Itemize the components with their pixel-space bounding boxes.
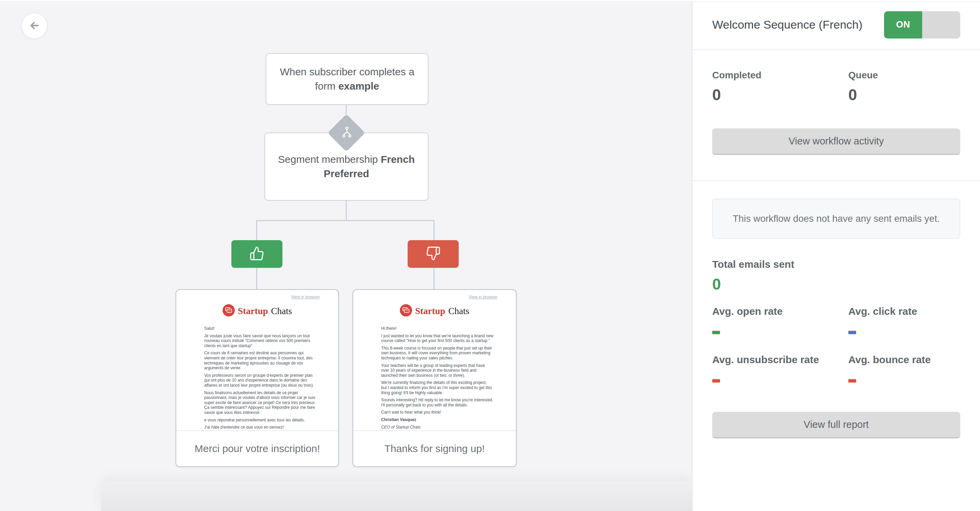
email-paragraph: Nous finalisons actuellement les détails… xyxy=(204,390,316,415)
sidebar-report-section: This workflow does not have any sent ema… xyxy=(692,181,980,438)
email-subject: Merci pour votre inscription! xyxy=(195,443,320,454)
avg-click-rate: Avg. click rate xyxy=(848,306,960,334)
chat-bubbles-icon xyxy=(223,304,235,318)
arrow-left-icon xyxy=(29,20,40,32)
trigger-node-form-name: example xyxy=(338,80,379,92)
workflow-title: Welcome Sequence (French) xyxy=(712,18,862,31)
email-paragraph: I just wanted to let you know that we're… xyxy=(381,334,493,343)
sidebar-header: Welcome Sequence (French) ON xyxy=(692,0,980,50)
total-emails-sent-value: 0 xyxy=(712,275,960,293)
queue-stat: Queue 0 xyxy=(848,70,960,104)
email-card-french[interactable]: View in browser Startup Chats Salut xyxy=(176,289,339,467)
email-paragraph: J'ai hâte d'entendre ce que vous en pens… xyxy=(204,425,316,429)
email-logo: Startup Chats xyxy=(353,304,516,318)
email-card-english[interactable]: View in browser Startup Chats Hi th xyxy=(353,289,517,467)
view-workflow-activity-button[interactable]: View workflow activity xyxy=(712,128,960,155)
email-paragraph: This 6-week course is focused on people … xyxy=(381,346,493,361)
email-paragraph: Can't wait to hear what you think! xyxy=(381,410,493,415)
avg-unsubscribe-rate: Avg. unsubscribe rate xyxy=(712,354,848,383)
toggle-on-segment: ON xyxy=(884,11,922,38)
logo-text-chats: Chats xyxy=(449,306,469,316)
view-full-report-button[interactable]: View full report xyxy=(712,412,960,438)
completed-value: 0 xyxy=(712,86,848,104)
email-paragraph: Ce cours de 6 semaines est destiné aux p… xyxy=(204,351,316,370)
email-paragraph: We're currently finalizing the details o… xyxy=(381,380,493,395)
branch-split-icon xyxy=(336,122,357,144)
logo-text-chats: Chats xyxy=(271,306,292,316)
email-paragraph: e vous répondrai personnellement avec to… xyxy=(204,418,316,423)
logo-text-startup: Startup xyxy=(238,306,268,316)
click-rate-placeholder xyxy=(848,331,856,334)
chat-bubbles-icon xyxy=(400,304,412,318)
branch-yes-button[interactable] xyxy=(231,240,282,268)
connector-line xyxy=(434,220,434,241)
logo-text-startup: Startup xyxy=(415,306,445,316)
email-paragraph: Your teachers will be a group of leading… xyxy=(381,363,493,378)
toggle-on-label: ON xyxy=(896,19,910,30)
signature-name: Christian Vasquez xyxy=(381,417,493,422)
connector-line xyxy=(256,268,257,289)
total-emails-sent-label: Total emails sent xyxy=(712,259,960,270)
open-rate-placeholder xyxy=(712,331,720,334)
unsubscribe-rate-placeholder xyxy=(712,379,720,383)
sidebar-stats-section: Completed 0 Queue 0 View workflow activi… xyxy=(692,50,980,181)
email-logo: Startup Chats xyxy=(176,304,338,318)
back-button[interactable] xyxy=(21,13,48,39)
thumbs-up-icon xyxy=(250,246,264,262)
trigger-node-form[interactable]: When subscriber completes a form example xyxy=(266,53,428,105)
workflow-canvas[interactable]: When subscriber completes a form example… xyxy=(0,0,692,511)
connector-line xyxy=(346,103,347,115)
connector-line xyxy=(256,220,257,241)
queue-label: Queue xyxy=(848,70,960,81)
avg-open-rate: Avg. open rate xyxy=(712,306,848,334)
email-body-text: Hi there!I just wanted to let you know t… xyxy=(381,326,493,429)
email-subject-bar: Thanks for signing up! xyxy=(353,430,516,466)
average-rates: Avg. open rate Avg. click rate Avg. unsu… xyxy=(712,306,960,383)
completed-stat: Completed 0 xyxy=(712,70,848,104)
avg-bounce-rate: Avg. bounce rate xyxy=(848,354,960,383)
workflow-on-off-toggle[interactable]: ON xyxy=(884,11,960,38)
email-paragraph: Je voulais juste vous faire savoir que n… xyxy=(204,334,316,348)
signature-title: CEO of Startup Chats xyxy=(381,425,493,429)
top-highlight-strip xyxy=(0,0,980,2)
connector-line xyxy=(256,220,434,221)
email-subject-bar: Merci pour votre inscription! xyxy=(176,430,338,466)
bottom-panel-shadow xyxy=(101,481,692,511)
email-paragraph: Salut! xyxy=(204,326,316,331)
completed-label: Completed xyxy=(712,70,848,81)
branch-no-button[interactable] xyxy=(408,240,459,268)
thumbs-down-icon xyxy=(426,246,441,262)
workflow-editor-screen: When subscriber completes a form example… xyxy=(0,0,980,511)
connector-line xyxy=(434,268,434,289)
bounce-rate-placeholder xyxy=(848,379,856,383)
no-sent-emails-message: This workflow does not have any sent ema… xyxy=(712,199,960,239)
email-preview: View in browser Startup Chats Salut xyxy=(176,290,338,430)
email-paragraph: Vos professeurs seront un groupe d'exper… xyxy=(204,373,316,388)
workflow-sidebar: Welcome Sequence (French) ON Completed 0… xyxy=(692,0,980,511)
toggle-off-segment xyxy=(922,11,960,38)
email-preview: View in browser Startup Chats Hi th xyxy=(353,290,516,430)
view-in-browser-link[interactable]: View in browser xyxy=(469,295,498,299)
queue-value: 0 xyxy=(848,86,960,104)
condition-node-text: Segment membership xyxy=(278,153,381,165)
view-in-browser-link[interactable]: View in browser xyxy=(291,295,320,299)
email-body-text: Salut!Je voulais juste vous faire savoir… xyxy=(204,326,316,429)
email-paragraph: Sounds interesting? Hit reply to let me … xyxy=(381,398,493,407)
connector-line xyxy=(346,199,347,221)
email-paragraph: Hi there! xyxy=(381,326,493,331)
email-subject: Thanks for signing up! xyxy=(384,443,485,454)
